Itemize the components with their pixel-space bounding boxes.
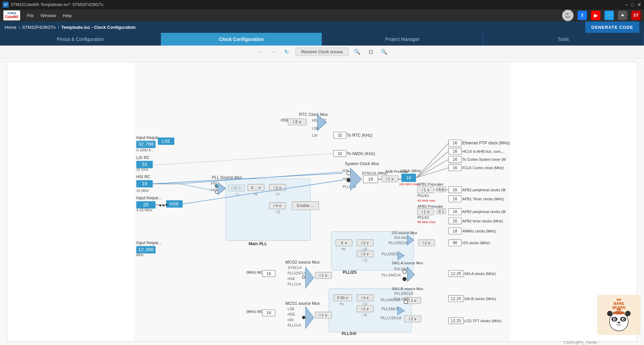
breadcrumb-file[interactable]: Templeate.ioc - Clock Configuration bbox=[61, 25, 136, 30]
svg-text:Main PLL: Main PLL bbox=[249, 242, 267, 246]
tab-pinout[interactable]: Pinout & Configuration bbox=[0, 33, 161, 46]
svg-text:LCD-TFT clocks (MHz): LCD-TFT clocks (MHz) bbox=[464, 319, 501, 323]
tab-project[interactable]: Project Manager bbox=[322, 33, 483, 46]
titlebar-title: ST STM32CubeMX Templateate.ioc*: STM32F4… bbox=[3, 2, 103, 8]
svg-point-231 bbox=[618, 322, 620, 324]
svg-point-229 bbox=[614, 319, 615, 320]
svg-point-55 bbox=[215, 185, 218, 187]
svg-text:PLLCLK: PLLCLK bbox=[287, 323, 301, 327]
svg-text:4-26 MHz: 4-26 MHz bbox=[136, 208, 152, 212]
anniversary-badge: 10ans bbox=[562, 10, 574, 21]
svg-point-237 bbox=[620, 311, 621, 312]
svg-text:X 50 ∨: X 50 ∨ bbox=[337, 296, 348, 300]
facebook-icon[interactable]: f bbox=[578, 11, 587, 20]
network-icon[interactable]: ✦ bbox=[618, 11, 627, 20]
breadcrumb-device[interactable]: STM32F429IGTx bbox=[22, 25, 56, 30]
svg-text:HSE: HSE bbox=[287, 277, 295, 281]
zoom-in-button[interactable]: 🔍 bbox=[353, 47, 362, 57]
youtube-icon[interactable]: ▶ bbox=[591, 11, 600, 20]
titlebar-controls: − □ ✕ bbox=[625, 2, 641, 7]
svg-text:APB2 Prescaler: APB2 Prescaler bbox=[417, 204, 443, 208]
svg-text:LSE: LSE bbox=[162, 139, 170, 144]
svg-point-203 bbox=[302, 316, 305, 319]
refresh-button[interactable]: ↻ bbox=[282, 47, 291, 57]
svg-text:/ P: / P bbox=[275, 192, 280, 196]
svg-text:PLLLCDCLK: PLLLCDCLK bbox=[381, 316, 402, 320]
svg-text:To IWDG (KHz): To IWDG (KHz) bbox=[347, 151, 375, 156]
svg-text:PCLK2: PCLK2 bbox=[417, 215, 429, 219]
svg-text:APB1 Timer clocks (MHz): APB1 Timer clocks (MHz) bbox=[462, 197, 504, 201]
redo-button[interactable]: ↪ bbox=[269, 47, 278, 57]
svg-text:/ 1 ∨: / 1 ∨ bbox=[320, 273, 327, 277]
svg-text:SAI1-A source Mux: SAI1-A source Mux bbox=[392, 261, 423, 265]
svg-text:PLLSAICLK: PLLSAICLK bbox=[382, 273, 401, 277]
svg-text:96: 96 bbox=[453, 240, 458, 245]
svg-text:Ethernet PTP clock (MHz): Ethernet PTP clock (MHz) bbox=[462, 141, 510, 145]
svg-text:32 KHz: 32 KHz bbox=[136, 167, 148, 171]
clock-area[interactable]: Input freque... 32.768 0-1000 K... LSE L… bbox=[0, 58, 644, 345]
svg-text:HSE: HSE bbox=[170, 201, 179, 206]
svg-text:PLLI2SCLK: PLLI2SCLK bbox=[394, 291, 414, 295]
help-menu[interactable]: Help bbox=[63, 13, 72, 18]
svg-text:16: 16 bbox=[453, 188, 458, 192]
svg-text:*N: *N bbox=[339, 302, 343, 306]
menubar: STM32CubeMX File Window Help 10ans f ▶ 🐦… bbox=[0, 9, 644, 21]
tabbar: Pinout & Configuration Clock Configurati… bbox=[0, 33, 644, 46]
svg-text:100 MHz max: 100 MHz max bbox=[399, 182, 419, 186]
svg-point-236 bbox=[618, 310, 619, 311]
generate-code-button[interactable]: GENERATE CODE bbox=[585, 21, 639, 33]
minimize-btn[interactable]: − bbox=[625, 2, 628, 7]
tab-tools[interactable]: Tools bbox=[483, 33, 644, 46]
svg-text:To RTC (KHz): To RTC (KHz) bbox=[347, 133, 372, 138]
breadcrumb-home[interactable]: Home bbox=[5, 25, 16, 30]
svg-text:16: 16 bbox=[453, 197, 458, 201]
file-menu[interactable]: File bbox=[27, 13, 34, 18]
svg-text:16: 16 bbox=[267, 310, 271, 315]
svg-text:48MHz clocks (MHz): 48MHz clocks (MHz) bbox=[462, 229, 496, 233]
window-menu[interactable]: Window bbox=[41, 13, 56, 18]
svg-point-57 bbox=[215, 191, 218, 193]
resolve-clock-button[interactable]: Resolve Clock Issues bbox=[296, 48, 348, 56]
svg-text:APB2 peripheral clocks (M: APB2 peripheral clocks (M bbox=[462, 210, 505, 214]
svg-text:MCO1 source Mux: MCO1 source Mux bbox=[285, 301, 320, 306]
maximize-btn[interactable]: □ bbox=[631, 2, 634, 7]
svg-text:/ 1 ∨: / 1 ∨ bbox=[423, 241, 430, 245]
csdn-watermark: CSDN @Fd_ Family bbox=[564, 340, 597, 344]
svg-text:PLLI2S: PLLI2S bbox=[343, 270, 357, 275]
svg-text:System Clock Mux: System Clock Mux bbox=[345, 161, 379, 166]
svg-text:MCO2 source Mux: MCO2 source Mux bbox=[285, 260, 320, 265]
svg-text:PLLI2SCLK: PLLI2SCLK bbox=[388, 241, 408, 245]
svg-text:*N: *N bbox=[341, 247, 345, 251]
titlebar: ST STM32CubeMX Templateate.ioc*: STM32F4… bbox=[0, 0, 644, 9]
svg-text:0-1000 K...: 0-1000 K... bbox=[136, 148, 154, 152]
svg-text:16: 16 bbox=[453, 149, 458, 154]
fit-button[interactable]: ⊡ bbox=[366, 47, 375, 57]
svg-text:X ... ∨: X ... ∨ bbox=[251, 186, 261, 190]
svg-text:/ 2 ∨: / 2 ∨ bbox=[274, 186, 281, 190]
svg-text:◄►: ◄► bbox=[158, 203, 166, 208]
menubar-right: 10ans f ▶ 🐦 ✦ ST bbox=[562, 10, 641, 21]
svg-text:SYSCLK (MHz): SYSCLK (MHz) bbox=[362, 171, 387, 175]
tab-clock[interactable]: Clock Configuration bbox=[161, 33, 322, 46]
zoom-out-button[interactable]: 🔍 bbox=[379, 47, 389, 57]
close-btn[interactable]: ✕ bbox=[637, 2, 641, 7]
undo-button[interactable]: ↩ bbox=[255, 47, 265, 57]
svg-text:HSI RC: HSI RC bbox=[136, 175, 150, 179]
svg-text:18: 18 bbox=[453, 229, 458, 233]
breadcrumb-arrow-1: › bbox=[18, 24, 20, 30]
svg-text:16: 16 bbox=[453, 157, 458, 162]
svg-text:/ 2 ∨: / 2 ∨ bbox=[361, 307, 369, 311]
svg-text:LSE: LSE bbox=[287, 307, 294, 311]
svg-text:APB1 Prescaler: APB1 Prescaler bbox=[417, 182, 443, 186]
svg-text:To Cortex System timer (M: To Cortex System timer (M bbox=[462, 157, 505, 161]
st-logo-icon[interactable]: ST bbox=[631, 11, 641, 20]
svg-text:32: 32 bbox=[337, 133, 342, 138]
svg-point-230 bbox=[623, 319, 624, 320]
svg-text:16: 16 bbox=[453, 141, 458, 145]
twitter-icon[interactable]: 🐦 bbox=[604, 11, 614, 20]
svg-point-191 bbox=[302, 276, 305, 278]
svg-text:16: 16 bbox=[368, 177, 373, 182]
svg-text:LSI: LSI bbox=[312, 133, 317, 137]
svg-text:12.288: 12.288 bbox=[138, 247, 154, 252]
svg-text:25: 25 bbox=[143, 202, 149, 207]
